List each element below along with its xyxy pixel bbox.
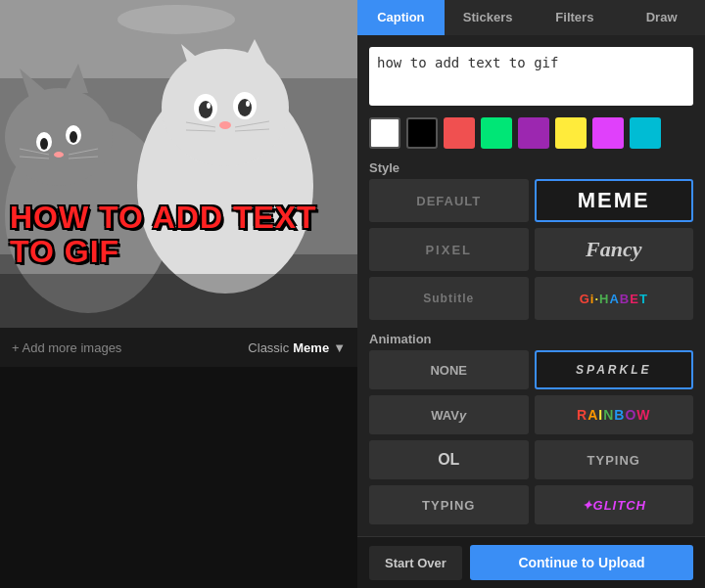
bottom-bar: + Add more images Classic Meme ▼: [0, 328, 357, 367]
style-section: Style DEFAULT MEME PIXEL Fancy: [369, 160, 693, 320]
add-more-label: + Add more images: [12, 340, 121, 355]
anim-ol-button[interactable]: OL: [369, 440, 529, 479]
style-meme-button[interactable]: MEME: [535, 179, 694, 222]
bottom-buttons: Start Over Continue to Upload: [357, 536, 705, 588]
anim-wavy-button[interactable]: WAVy: [369, 395, 529, 434]
color-swatches: [369, 117, 693, 149]
svg-rect-33: [0, 274, 357, 328]
anim-none-button[interactable]: NONE: [369, 350, 529, 389]
svg-point-11: [40, 138, 48, 150]
caption-text-input[interactable]: how to add text to gif: [369, 47, 693, 106]
style-alphabet-button[interactable]: Gi·HABET: [535, 277, 694, 320]
svg-point-24: [199, 101, 212, 118]
color-swatch-red[interactable]: [444, 117, 475, 149]
style-fancy-button[interactable]: Fancy: [535, 228, 694, 271]
wavy-text: WAVy: [431, 408, 466, 423]
tab-bar: Caption Stickers Filters Draw: [357, 0, 705, 35]
svg-point-2: [118, 5, 235, 34]
animation-grid: NONE SPARKLE WAVy RAINBOW OL: [369, 350, 693, 479]
svg-point-13: [54, 152, 64, 158]
color-swatch-white[interactable]: [369, 117, 400, 149]
style-subtitle-button[interactable]: Subtitle: [369, 277, 529, 320]
svg-point-27: [246, 101, 250, 107]
animation-grid-row2: TYPING ✦GLITCH: [369, 485, 693, 524]
tab-filters[interactable]: Filters: [532, 0, 619, 35]
gif-background: HOW TO ADD TEXT TO GIF: [0, 0, 357, 328]
tab-stickers[interactable]: Stickers: [445, 0, 532, 35]
right-panel: Caption Stickers Filters Draw how to add…: [357, 0, 705, 588]
left-panel: HOW TO ADD TEXT TO GIF + Add more images…: [0, 0, 357, 588]
style-classic: Classic: [248, 340, 289, 355]
style-section-label: Style: [369, 160, 693, 175]
style-meme: Meme: [293, 340, 329, 355]
color-swatch-green[interactable]: [481, 117, 512, 149]
color-swatch-purple[interactable]: [518, 117, 549, 149]
panel-content: how to add text to gif Style DEFAULT ME: [357, 35, 705, 536]
style-grid: DEFAULT MEME PIXEL Fancy Subtitle: [369, 179, 693, 320]
sparkle-text: SPARKLE: [576, 363, 651, 377]
svg-point-26: [207, 103, 211, 109]
left-lower-area: [0, 367, 357, 588]
color-swatch-cyan[interactable]: [630, 117, 661, 149]
style-pixel-button[interactable]: PIXEL: [369, 228, 529, 271]
rainbow-text: RAINBOW: [577, 407, 651, 423]
color-swatch-black[interactable]: [406, 117, 438, 149]
svg-point-25: [238, 99, 252, 116]
continue-to-upload-button[interactable]: Continue to Upload: [470, 545, 693, 580]
svg-point-28: [219, 121, 231, 129]
start-over-button[interactable]: Start Over: [369, 546, 462, 580]
anim-sparkle-button[interactable]: SPARKLE: [535, 350, 694, 389]
svg-point-12: [70, 131, 77, 143]
color-swatch-yellow[interactable]: [555, 117, 587, 149]
gif-preview: HOW TO ADD TEXT TO GIF: [0, 0, 357, 328]
anim-typing-button[interactable]: TYPING: [535, 440, 694, 479]
dropdown-icon: ▼: [333, 340, 346, 355]
animation-section: Animation NONE SPARKLE WAVy RAINBOW: [369, 332, 693, 524]
anim-glitch-row2[interactable]: ✦GLITCH: [535, 485, 694, 524]
anim-rainbow-button[interactable]: RAINBOW: [535, 395, 694, 434]
svg-point-6: [5, 88, 113, 186]
anim-typing-row2[interactable]: TYPING: [369, 485, 529, 524]
add-more-button[interactable]: + Add more images: [12, 340, 121, 355]
animation-section-label: Animation: [369, 332, 693, 346]
cat-scene-svg: [0, 0, 357, 328]
style-selector[interactable]: Classic Meme ▼: [248, 340, 346, 355]
tab-draw[interactable]: Draw: [618, 0, 705, 35]
style-default-button[interactable]: DEFAULT: [369, 179, 529, 222]
tab-caption[interactable]: Caption: [357, 0, 445, 35]
svg-point-19: [162, 49, 289, 166]
gif-overlay-text: HOW TO ADD TEXT TO GIF: [10, 201, 357, 269]
color-swatch-pink[interactable]: [592, 117, 624, 149]
